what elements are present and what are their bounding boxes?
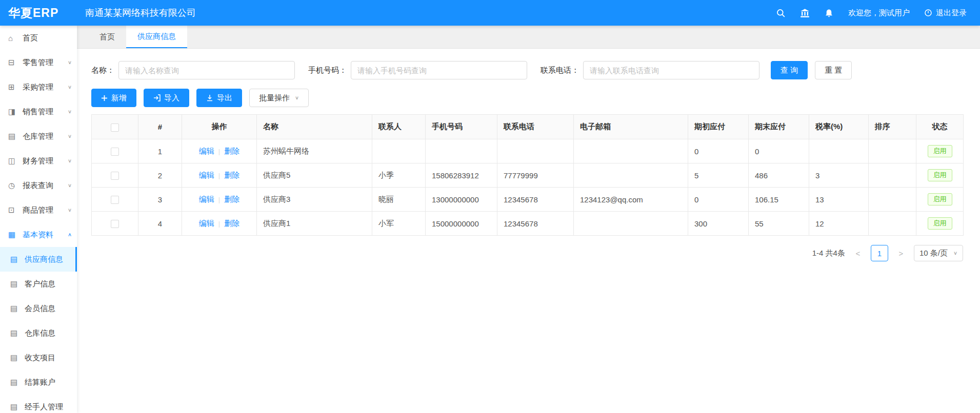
tab-supplier-info[interactable]: 供应商信息 bbox=[126, 26, 187, 48]
row-index: 2 bbox=[138, 163, 182, 188]
document-icon: ▤ bbox=[10, 279, 21, 288]
supplier-name: 苏州蜗牛网络 bbox=[257, 139, 372, 163]
edit-link[interactable]: 编辑 bbox=[199, 219, 214, 228]
toolbar: 新增 导入 导出 批量操作 bbox=[91, 89, 966, 107]
supplier-table: # 操作 名称 联系人 手机号码 联系电话 电子邮箱 期初应付 期末应付 税率(… bbox=[91, 114, 964, 236]
document-icon: ▤ bbox=[10, 402, 21, 411]
closing-payable: 106.15 bbox=[749, 188, 809, 212]
mobile-number: 13000000000 bbox=[426, 188, 497, 212]
company-name: 南通某某网络科技有限公司 bbox=[77, 7, 196, 19]
reset-button[interactable]: 重 置 bbox=[815, 61, 852, 79]
tax-rate bbox=[809, 139, 869, 163]
status-badge[interactable]: 启用 bbox=[928, 145, 952, 157]
chevron-up-icon: ∧ bbox=[68, 232, 72, 237]
current-page-button[interactable]: 1 bbox=[871, 245, 888, 261]
filter-row: 名称： 手机号码： 联系电话： 查 询 重 置 bbox=[91, 61, 966, 79]
sidebar-item-purchase[interactable]: ⊞ 采购管理 ∨ bbox=[0, 75, 77, 99]
warehouse-icon: ▤ bbox=[8, 132, 19, 141]
logout-label: 退出登录 bbox=[936, 8, 967, 18]
import-icon bbox=[153, 94, 161, 101]
row-checkbox[interactable] bbox=[111, 220, 119, 228]
row-checkbox[interactable] bbox=[111, 148, 119, 156]
add-button[interactable]: 新增 bbox=[91, 89, 136, 107]
sidebar-item-finance[interactable]: ◫ 财务管理 ∨ bbox=[0, 149, 77, 173]
opening-payable: 300 bbox=[688, 212, 749, 236]
next-page-button[interactable]: > bbox=[893, 245, 909, 261]
export-button[interactable]: 导出 bbox=[196, 89, 242, 107]
sidebar-item-sales[interactable]: ◨ 销售管理 ∨ bbox=[0, 99, 77, 124]
chevron-down-icon: ∨ bbox=[68, 182, 72, 188]
select-all-cell bbox=[92, 115, 138, 139]
sidebar-item-settlement-account[interactable]: ▤ 结算账户 bbox=[0, 370, 77, 395]
row-checkbox[interactable] bbox=[111, 196, 119, 204]
notification-bell-icon[interactable] bbox=[824, 8, 834, 18]
link-divider: | bbox=[218, 220, 220, 228]
import-button[interactable]: 导入 bbox=[144, 89, 189, 107]
logout-button[interactable]: 退出登录 bbox=[924, 8, 967, 18]
sidebar-item-retail[interactable]: ⊟ 零售管理 ∨ bbox=[0, 50, 77, 75]
opening-payable: 5 bbox=[688, 163, 749, 188]
edit-link[interactable]: 编辑 bbox=[199, 195, 214, 203]
select-all-checkbox[interactable] bbox=[111, 123, 119, 132]
tab-home[interactable]: 首页 bbox=[88, 26, 126, 48]
welcome-user[interactable]: 欢迎您，测试用户 bbox=[848, 8, 910, 18]
search-button[interactable]: 查 询 bbox=[771, 61, 808, 79]
delete-link[interactable]: 删除 bbox=[224, 219, 239, 228]
closing-payable: 486 bbox=[749, 163, 809, 188]
sidebar-item-handler-management[interactable]: ▤ 经手人管理 bbox=[0, 395, 77, 413]
document-icon: ▤ bbox=[10, 353, 21, 362]
row-checkbox[interactable] bbox=[111, 172, 119, 180]
col-header-contact: 联系人 bbox=[372, 115, 426, 139]
phone-filter-input[interactable] bbox=[351, 61, 527, 79]
page-content: 名称： 手机号码： 联系电话： 查 询 重 置 新增 bbox=[77, 49, 980, 413]
telephone: 77779999 bbox=[497, 163, 574, 188]
sidebar-item-supplier-info[interactable]: ▤ 供应商信息 bbox=[0, 247, 77, 272]
email bbox=[574, 139, 688, 163]
tel-filter-input[interactable] bbox=[583, 61, 759, 79]
sidebar-item-basic-data[interactable]: ▦ 基本资料 ∧ bbox=[0, 222, 77, 247]
edit-link[interactable]: 编辑 bbox=[199, 171, 214, 179]
sort-order bbox=[869, 212, 916, 236]
goods-icon: ⊡ bbox=[8, 205, 19, 215]
phone-filter-label: 手机号码： bbox=[308, 66, 347, 75]
prev-page-button[interactable]: < bbox=[850, 245, 866, 261]
edit-link[interactable]: 编辑 bbox=[199, 147, 214, 155]
status-badge[interactable]: 启用 bbox=[928, 217, 952, 230]
sidebar-item-goods[interactable]: ⊡ 商品管理 ∨ bbox=[0, 198, 77, 222]
batch-actions-button[interactable]: 批量操作 ∨ bbox=[249, 89, 309, 107]
app-logo: 华夏ERP bbox=[0, 5, 77, 21]
delete-link[interactable]: 删除 bbox=[224, 195, 239, 203]
document-icon: ▤ bbox=[10, 304, 21, 313]
sidebar-item-reports[interactable]: ◷ 报表查询 ∨ bbox=[0, 173, 77, 198]
page-size-select[interactable]: 10 条/页 ∨ bbox=[914, 245, 963, 261]
platform-bank-icon[interactable] bbox=[800, 8, 810, 18]
search-icon[interactable] bbox=[776, 8, 786, 18]
sidebar-item-customer-info[interactable]: ▤ 客户信息 bbox=[0, 272, 77, 296]
col-header-email: 电子邮箱 bbox=[574, 115, 688, 139]
col-header-actions: 操作 bbox=[182, 115, 257, 139]
pagination: 1-4 共4条 < 1 > 10 条/页 ∨ bbox=[91, 245, 963, 261]
plus-icon bbox=[101, 95, 108, 101]
col-header-mobile: 手机号码 bbox=[426, 115, 497, 139]
table-row: 2 编辑|删除 供应商5 小季 15806283912 77779999 5 4… bbox=[92, 163, 964, 188]
col-header-opening-payable: 期初应付 bbox=[688, 115, 749, 139]
sidebar-item-income-expense[interactable]: ▤ 收支项目 bbox=[0, 345, 77, 370]
sort-order bbox=[869, 139, 916, 163]
basic-data-icon: ▦ bbox=[8, 230, 19, 239]
table-header-row: # 操作 名称 联系人 手机号码 联系电话 电子邮箱 期初应付 期末应付 税率(… bbox=[92, 115, 964, 139]
chevron-down-icon: ∨ bbox=[953, 250, 957, 256]
col-header-tax-rate: 税率(%) bbox=[809, 115, 869, 139]
header-actions: 欢迎您，测试用户 退出登录 bbox=[776, 8, 980, 18]
sidebar-item-warehouse[interactable]: ▤ 仓库管理 ∨ bbox=[0, 124, 77, 149]
delete-link[interactable]: 删除 bbox=[224, 147, 239, 155]
col-header-index: # bbox=[138, 115, 182, 139]
sidebar-item-member-info[interactable]: ▤ 会员信息 bbox=[0, 296, 77, 321]
delete-link[interactable]: 删除 bbox=[224, 171, 239, 179]
status-badge[interactable]: 启用 bbox=[928, 169, 952, 181]
sidebar-item-home[interactable]: ⌂ 首页 bbox=[0, 26, 77, 50]
tax-rate: 3 bbox=[809, 163, 869, 188]
supplier-name: 供应商1 bbox=[257, 212, 372, 236]
status-badge[interactable]: 启用 bbox=[928, 193, 952, 205]
name-filter-input[interactable] bbox=[118, 61, 295, 79]
sidebar-item-warehouse-info[interactable]: ▤ 仓库信息 bbox=[0, 321, 77, 345]
